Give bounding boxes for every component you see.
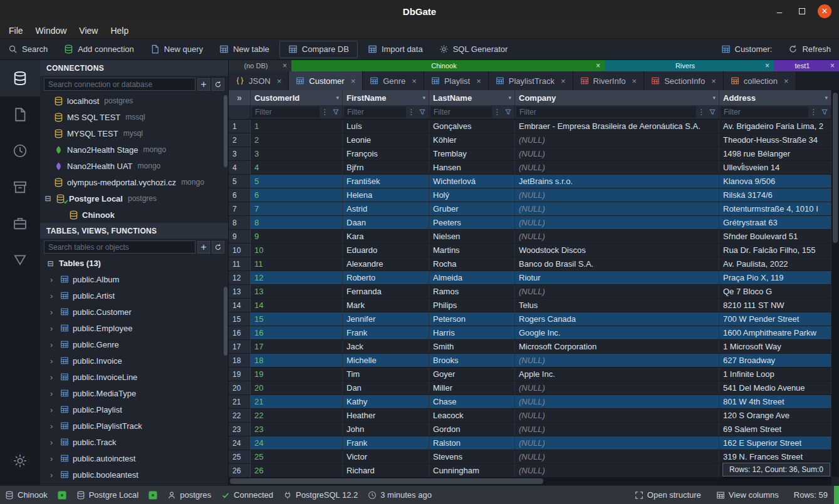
- row-number[interactable]: 7: [229, 202, 251, 215]
- cell-company[interactable]: Telus: [515, 299, 719, 312]
- cell-firstname[interactable]: Frank: [343, 326, 429, 339]
- connection-item-olympus-medportal-vychozi-cz[interactable]: olympus-medportal.vychozi.czmongo: [40, 174, 228, 190]
- menu-help[interactable]: Help: [104, 23, 135, 38]
- filter-input-firstname[interactable]: [344, 106, 406, 118]
- filter-funnel-button[interactable]: [330, 106, 341, 118]
- close-icon[interactable]: ×: [592, 61, 600, 70]
- cell-customerid[interactable]: 18: [251, 354, 343, 367]
- activity-archive-button[interactable]: [0, 169, 40, 205]
- vertical-scrollbar-thumb[interactable]: [833, 93, 838, 243]
- file-tab-sectioninfo[interactable]: SectionInfo×: [644, 71, 724, 90]
- chevron-right-icon[interactable]: ›: [50, 405, 56, 414]
- close-icon[interactable]: ×: [279, 61, 287, 70]
- cell-firstname[interactable]: John: [343, 423, 429, 436]
- file-tab-playlisttrack[interactable]: PlaylistTrack×: [489, 71, 573, 90]
- connection-item-ms-sql-test[interactable]: MS SQL TESTmssql: [40, 109, 228, 125]
- refresh-objects-button[interactable]: [212, 241, 224, 254]
- cell-address[interactable]: 120 S Orange Ave: [719, 409, 831, 422]
- cell-firstname[interactable]: František: [343, 175, 429, 188]
- cell-company[interactable]: Apple Inc.: [515, 368, 719, 381]
- close-icon[interactable]: ×: [351, 76, 356, 86]
- cell-company[interactable]: JetBrains s.r.o.: [515, 175, 719, 188]
- cell-address[interactable]: 700 W Pender Street: [719, 312, 831, 326]
- table-item-public-album[interactable]: ›public.Album: [40, 271, 228, 287]
- activity-plugins-button[interactable]: [0, 205, 40, 242]
- cell-firstname[interactable]: Alexandre: [343, 257, 429, 270]
- cell-firstname[interactable]: Daan: [343, 216, 429, 229]
- cell-lastname[interactable]: Philips: [429, 299, 515, 312]
- row-number[interactable]: 24: [229, 436, 251, 450]
- minimize-button[interactable]: –: [773, 4, 786, 18]
- cell-address[interactable]: Sřnder Boulevard 51: [719, 230, 831, 243]
- collapse-icon[interactable]: ⊟: [46, 259, 55, 268]
- status-database-name[interactable]: Chinook: [5, 490, 48, 500]
- cell-company[interactable]: (NULL): [515, 202, 719, 215]
- cell-firstname[interactable]: François: [343, 147, 429, 160]
- cell-firstname[interactable]: Kara: [343, 230, 429, 243]
- activity-history-button[interactable]: [0, 133, 40, 169]
- filter-funnel-button[interactable]: [417, 106, 427, 118]
- object-search-input[interactable]: [44, 240, 195, 254]
- filter-input-lastname[interactable]: [430, 106, 492, 118]
- vertical-scrollbar[interactable]: [831, 90, 839, 477]
- activity-settings-button[interactable]: [0, 443, 40, 479]
- cell-address[interactable]: Klanova 9/506: [719, 175, 831, 188]
- cell-lastname[interactable]: Köhler: [429, 133, 515, 147]
- cell-customerid[interactable]: 5: [251, 175, 343, 188]
- filter-funnel-button[interactable]: [819, 106, 830, 118]
- cell-lastname[interactable]: Miller: [429, 381, 515, 394]
- status-connection-name[interactable]: Postgre Local: [76, 490, 139, 500]
- close-icon[interactable]: ×: [277, 76, 282, 86]
- cell-address[interactable]: 801 W 4th Street: [719, 395, 831, 408]
- row-number[interactable]: 19: [229, 368, 251, 381]
- cell-customerid[interactable]: 14: [251, 299, 343, 312]
- filter-funnel-button[interactable]: [503, 106, 513, 118]
- cell-address[interactable]: 8210 111 ST NW: [719, 299, 831, 312]
- cell-company[interactable]: (NULL): [515, 161, 719, 174]
- chevron-down-icon[interactable]: ▾: [336, 95, 339, 101]
- cell-customerid[interactable]: 23: [251, 423, 343, 436]
- close-icon[interactable]: ×: [632, 76, 637, 86]
- cell-firstname[interactable]: Richard: [343, 464, 429, 477]
- cell-address[interactable]: Rotenturmstraße 4, 1010 I: [719, 202, 831, 215]
- customer-quick-button[interactable]: Customer:: [713, 39, 781, 59]
- new-query-button[interactable]: New query: [142, 39, 211, 59]
- row-number[interactable]: 23: [229, 423, 251, 436]
- row-number[interactable]: 9: [229, 230, 251, 243]
- filter-menu-button[interactable]: ⋮: [696, 106, 707, 118]
- menu-view[interactable]: View: [73, 23, 104, 38]
- db-tab-no-db[interactable]: (no DB)×: [229, 60, 291, 71]
- cell-address[interactable]: Praça Pio X, 119: [719, 271, 831, 284]
- cell-address[interactable]: Grétrystraat 63: [719, 216, 831, 229]
- chevron-down-icon[interactable]: ▾: [825, 95, 828, 101]
- close-icon[interactable]: ×: [561, 76, 566, 86]
- activity-files-button[interactable]: [0, 96, 40, 133]
- cell-lastname[interactable]: Peterson: [429, 312, 515, 326]
- import-data-button[interactable]: Import data: [360, 39, 431, 59]
- add-object-mini-button[interactable]: +: [197, 241, 210, 254]
- cell-firstname[interactable]: Luís: [343, 120, 429, 133]
- cell-address[interactable]: Av. Paulista, 2022: [719, 257, 831, 270]
- cell-firstname[interactable]: Helena: [343, 188, 429, 202]
- cell-customerid[interactable]: 13: [251, 285, 343, 298]
- cell-company[interactable]: Microsoft Corporation: [515, 340, 719, 353]
- chevron-right-icon[interactable]: ›: [50, 438, 56, 447]
- chevron-right-icon[interactable]: ›: [50, 356, 56, 366]
- cell-customerid[interactable]: 9: [251, 230, 343, 243]
- cell-company[interactable]: Riotur: [515, 271, 719, 284]
- cell-customerid[interactable]: 12: [251, 271, 343, 284]
- maximize-button[interactable]: [795, 4, 809, 18]
- chevron-right-icon[interactable]: ›: [50, 291, 56, 301]
- filter-menu-button[interactable]: ⋮: [808, 106, 819, 118]
- column-header-lastname[interactable]: LastName▾: [429, 90, 515, 105]
- row-number[interactable]: 14: [229, 299, 251, 312]
- row-number[interactable]: 4: [229, 161, 251, 174]
- filter-input-company[interactable]: [516, 106, 696, 118]
- close-icon[interactable]: ×: [784, 76, 789, 86]
- table-item-public-invoiceline[interactable]: ›public.InvoiceLine: [40, 369, 228, 385]
- cell-firstname[interactable]: Dan: [343, 381, 429, 394]
- file-tab-playlist[interactable]: Playlist×: [424, 71, 489, 90]
- status-open-structure[interactable]: Open structure: [635, 490, 701, 500]
- cell-firstname[interactable]: Jack: [343, 340, 429, 353]
- table-item-public-employee[interactable]: ›public.Employee: [40, 320, 228, 336]
